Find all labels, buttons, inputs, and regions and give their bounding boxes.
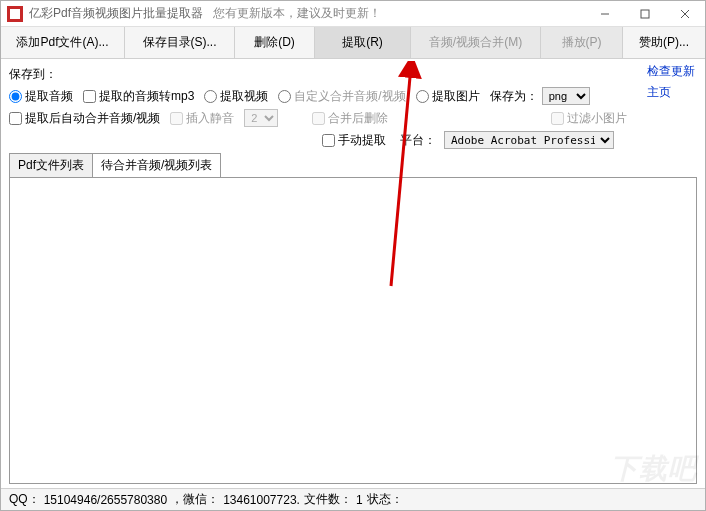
options-panel: 检查更新 主页 保存到： 提取音频 提取的音频转mp3 提取视频 自定义合并音频…: [1, 59, 705, 151]
check-update-link[interactable]: 检查更新: [647, 63, 695, 80]
play-button: 播放(P): [541, 27, 623, 58]
statusbar: QQ： 15104946/2655780380 ，微信： 13461007723…: [1, 488, 705, 510]
titlebar: 亿彩Pdf音频视频图片批量提取器 您有更新版本，建议及时更新！: [1, 1, 705, 27]
merge-list-area[interactable]: [9, 177, 697, 484]
extract-button[interactable]: 提取(R): [315, 27, 411, 58]
save-to-label: 保存到：: [9, 66, 57, 83]
status-qq-label: QQ：: [9, 491, 40, 508]
tab-file-list[interactable]: Pdf文件列表: [9, 153, 93, 177]
platform-select[interactable]: Adobe Acrobat Profession: [444, 131, 614, 149]
checkbox-filter-small-images: 过滤小图片: [551, 110, 627, 127]
add-pdf-button[interactable]: 添加Pdf文件(A)...: [1, 27, 125, 58]
platform-label: 平台：: [400, 132, 436, 149]
save-dir-button[interactable]: 保存目录(S)...: [125, 27, 235, 58]
status-qq-value: 15104946/2655780380: [44, 493, 167, 507]
radio-extract-image[interactable]: 提取图片: [416, 88, 480, 105]
silence-seconds-select: 2: [244, 109, 278, 127]
toolbar: 添加Pdf文件(A)... 保存目录(S)... 删除(D) 提取(R) 音频/…: [1, 27, 705, 59]
checkbox-merge-delete: 合并后删除: [312, 110, 388, 127]
status-state-label: 状态：: [367, 491, 403, 508]
checkbox-manual-extract[interactable]: 手动提取: [322, 132, 386, 149]
side-links: 检查更新 主页: [647, 63, 695, 101]
window-title: 亿彩Pdf音频视频图片批量提取器: [29, 5, 203, 22]
donate-button[interactable]: 赞助(P)...: [623, 27, 705, 58]
radio-extract-audio[interactable]: 提取音频: [9, 88, 73, 105]
radio-custom-merge[interactable]: 自定义合并音频/视频: [278, 88, 405, 105]
window-buttons: [585, 1, 705, 27]
app-window: 亿彩Pdf音频视频图片批量提取器 您有更新版本，建议及时更新！ 添加Pdf文件(…: [0, 0, 706, 511]
maximize-button[interactable]: [625, 1, 665, 27]
status-files-label: 文件数：: [304, 491, 352, 508]
merge-av-button: 音频/视频合并(M): [411, 27, 541, 58]
homepage-link[interactable]: 主页: [647, 84, 671, 101]
minimize-button[interactable]: [585, 1, 625, 27]
status-wechat-value: 13461007723.: [223, 493, 300, 507]
checkbox-auto-merge[interactable]: 提取后自动合并音频/视频: [9, 110, 160, 127]
status-files-value: 1: [356, 493, 363, 507]
window-subtitle: 您有更新版本，建议及时更新！: [213, 5, 381, 22]
svg-rect-1: [641, 10, 649, 18]
status-wechat-label: ，微信：: [171, 491, 219, 508]
close-button[interactable]: [665, 1, 705, 27]
tabs: Pdf文件列表 待合并音频/视频列表: [1, 153, 705, 177]
tab-merge-list[interactable]: 待合并音频/视频列表: [92, 153, 221, 177]
app-icon: [7, 6, 23, 22]
delete-button[interactable]: 删除(D): [235, 27, 315, 58]
checkbox-audio-mp3[interactable]: 提取的音频转mp3: [83, 88, 194, 105]
save-as-select[interactable]: png: [542, 87, 590, 105]
save-as-label: 保存为：: [490, 88, 538, 105]
radio-extract-video[interactable]: 提取视频: [204, 88, 268, 105]
checkbox-insert-silence: 插入静音: [170, 110, 234, 127]
